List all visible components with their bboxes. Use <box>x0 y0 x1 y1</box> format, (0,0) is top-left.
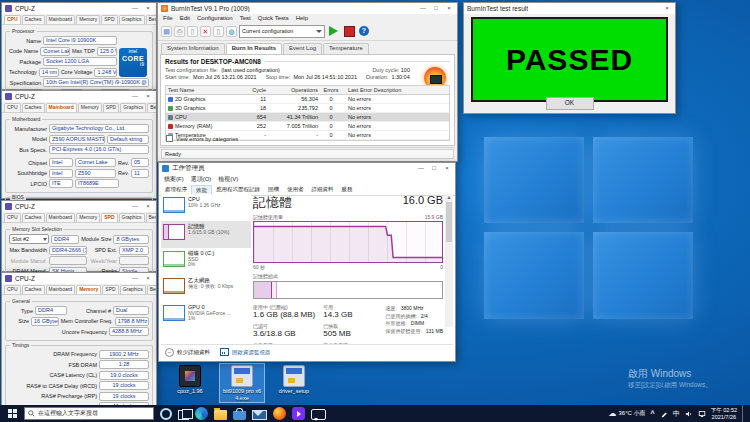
maximize-button[interactable]: □ <box>429 163 439 174</box>
table-row[interactable]: Memory (RAM)2527.005 Trillion0No errors <box>166 122 449 131</box>
minimize-button[interactable]: — <box>418 3 428 14</box>
cpuz-tab[interactable]: SPD <box>103 103 119 112</box>
scroll-up-icon[interactable]: ▲ <box>445 194 453 201</box>
cpuz-tab[interactable]: Mainboard <box>46 15 76 24</box>
file-explorer-icon[interactable] <box>214 410 227 420</box>
pen-icon[interactable] <box>660 410 668 418</box>
cpuz-tab[interactable]: Graphics <box>120 285 146 294</box>
cpuz-tab[interactable]: Bench <box>146 213 156 222</box>
close-button[interactable]: × <box>143 91 153 102</box>
start-test-button[interactable] <box>329 26 338 36</box>
minimize-button[interactable]: — <box>130 91 140 102</box>
print-icon[interactable]: ⎙ <box>174 26 185 37</box>
memory-slot-dropdown[interactable]: Slot #2 <box>9 234 49 244</box>
delete-icon[interactable]: ✕ <box>200 26 211 37</box>
cpuz-tab[interactable]: Graphics <box>119 213 145 222</box>
cpuz-tab[interactable]: Graphics <box>119 15 145 24</box>
desktop-icon[interactable]: bit91009 pro x64.exe <box>220 364 264 402</box>
speaker-icon[interactable] <box>685 410 693 418</box>
close-button[interactable]: × <box>143 273 153 284</box>
cpuz-tab[interactable]: SPD <box>102 285 118 294</box>
table-row[interactable]: 3D Graphics18235,7920No errors <box>166 104 449 113</box>
cpuz-window-spd[interactable]: CPU-Z — × CPUCachesMainboardMemorySPDGra… <box>1 200 157 272</box>
burnintest-tab[interactable]: Event Log <box>283 43 322 54</box>
close-button[interactable]: × <box>444 3 454 14</box>
desktop-icon[interactable]: cpuz_1.96 <box>168 364 212 402</box>
report-icon[interactable]: ▤ <box>161 26 172 37</box>
mail-icon[interactable] <box>252 410 267 420</box>
task-manager-titlebar[interactable]: 工作管理員 — □ × <box>159 163 455 174</box>
edge-icon[interactable] <box>195 407 208 420</box>
search-input[interactable]: 在這裡輸入文字來搜尋 <box>24 407 154 420</box>
menu-item[interactable]: Configuration <box>194 15 236 21</box>
task-manager-window[interactable]: 工作管理員 — □ × 檔案(F)選項(O)檢視(V) 處理程序效能應用程式歷程… <box>158 162 456 362</box>
cpuz-titlebar[interactable]: CPU-Z — × <box>2 3 156 14</box>
menu-item[interactable]: Edit <box>177 15 193 21</box>
cortana-icon[interactable] <box>160 408 172 420</box>
taskbar-clock[interactable]: 下午 02:52 2021/7/26 <box>711 407 737 420</box>
menu-item[interactable]: 檢視(V) <box>215 175 241 184</box>
cpuz-tab[interactable]: Bench <box>146 15 156 24</box>
configuration-dropdown[interactable]: Current configuration <box>239 25 325 38</box>
menu-item[interactable]: Help <box>293 15 311 21</box>
sidebar-item-disk[interactable]: 磁碟 0 (C:)SSD0% <box>161 248 251 275</box>
firefox-icon[interactable] <box>273 407 286 420</box>
burnintest-tab[interactable]: Temperature <box>323 43 369 54</box>
new-page-icon[interactable]: ▯ <box>187 26 198 37</box>
task-view-icon[interactable] <box>178 410 189 420</box>
cpuz-tab[interactable]: Bench <box>147 285 156 294</box>
scrollbar[interactable]: ▲ <box>445 194 453 327</box>
start-button[interactable] <box>0 405 24 422</box>
ime-indicator[interactable]: 中 <box>673 410 680 418</box>
store-icon[interactable] <box>233 411 246 420</box>
chat-icon[interactable] <box>311 409 326 420</box>
menu-item[interactable]: 檔案(F) <box>161 175 187 184</box>
ok-button[interactable]: OK <box>546 97 594 110</box>
cpuz-tab[interactable]: Mainboard <box>46 285 76 294</box>
cpuz-window-mainboard[interactable]: CPU-Z — × CPUCachesMainboardMemorySPDGra… <box>1 90 157 199</box>
help-button[interactable]: ? <box>359 26 369 36</box>
fewer-details-link[interactable]: − 較少詳細資料 <box>165 348 210 357</box>
minimize-button[interactable]: — <box>130 273 140 284</box>
cpuz-tab[interactable]: Memory <box>78 103 102 112</box>
cpuz-tab[interactable]: CPU <box>4 15 21 24</box>
errors-by-category-checkbox[interactable]: View errors by categories <box>166 135 238 142</box>
menu-item[interactable]: Quick Tests <box>255 15 292 21</box>
cpuz-tab[interactable]: Mainboard <box>46 103 77 112</box>
weather-widget[interactable]: ☁ 36°C 小雨 <box>609 409 646 418</box>
burnintest-tab[interactable]: Burn In Results <box>226 43 282 54</box>
maximize-button[interactable]: □ <box>431 3 441 14</box>
cpuz-titlebar[interactable]: CPU-Z — × <box>2 91 156 102</box>
cpuz-titlebar[interactable]: CPU-Z — × <box>2 201 156 212</box>
close-button[interactable]: × <box>442 163 452 174</box>
cpuz-tab[interactable]: CPU <box>4 103 21 112</box>
web-icon[interactable]: ◍ <box>226 26 237 37</box>
hidden-icons-chevron[interactable]: ^ <box>651 410 655 417</box>
cpuz-tab[interactable]: Caches <box>22 285 45 294</box>
cpuz-tab[interactable]: SPD <box>101 213 117 222</box>
copy-icon[interactable]: ▯ <box>213 26 224 37</box>
sidebar-item-gpu[interactable]: GPU 0NVIDIA GeForce ...1% <box>161 302 251 327</box>
resource-monitor-link[interactable]: 開啟資源監視器 <box>220 348 271 356</box>
minimize-button[interactable]: — <box>416 163 426 174</box>
cpuz-window-cpu[interactable]: CPU-Z — × CPUCachesMainboardMemorySPDGra… <box>1 2 157 90</box>
cpuz-tab[interactable]: Mainboard <box>46 213 76 222</box>
sidebar-item-ethernet[interactable]: 乙太網路傳送: 0 接收: 0 Kbps <box>161 275 251 302</box>
sidebar-item-memory[interactable]: 記憶體1.6/15.9 GB (10%) <box>161 221 251 248</box>
cpuz-tab[interactable]: SPD <box>101 15 117 24</box>
menu-item[interactable]: Test <box>237 15 254 21</box>
media-icon[interactable] <box>292 407 305 420</box>
cpuz-window-memory[interactable]: CPU-Z — × CPUCachesMainboardMemorySPDGra… <box>1 272 157 405</box>
table-row[interactable]: CPU65441.34 Trillion0No errors <box>166 113 449 122</box>
stop-test-button[interactable] <box>344 26 355 37</box>
cpuz-tab[interactable]: Caches <box>22 213 45 222</box>
table-row[interactable]: 2D Graphics1156,3040No errors <box>166 95 449 104</box>
menu-item[interactable]: File <box>160 15 176 21</box>
burnintest-window[interactable]: BurnInTest V9.1 Pro (1009) — □ × FileEdi… <box>157 2 458 162</box>
cpuz-tab[interactable]: CPU <box>4 285 21 294</box>
burnintest-result-dialog[interactable]: BurnInTest test result × PASSED OK <box>463 2 676 114</box>
cpuz-tab[interactable]: Bench <box>147 103 156 112</box>
cpuz-tab[interactable]: Caches <box>22 15 45 24</box>
menu-item[interactable]: 選項(O) <box>188 175 215 184</box>
burnintest-titlebar[interactable]: BurnInTest V9.1 Pro (1009) — □ × <box>158 3 457 14</box>
